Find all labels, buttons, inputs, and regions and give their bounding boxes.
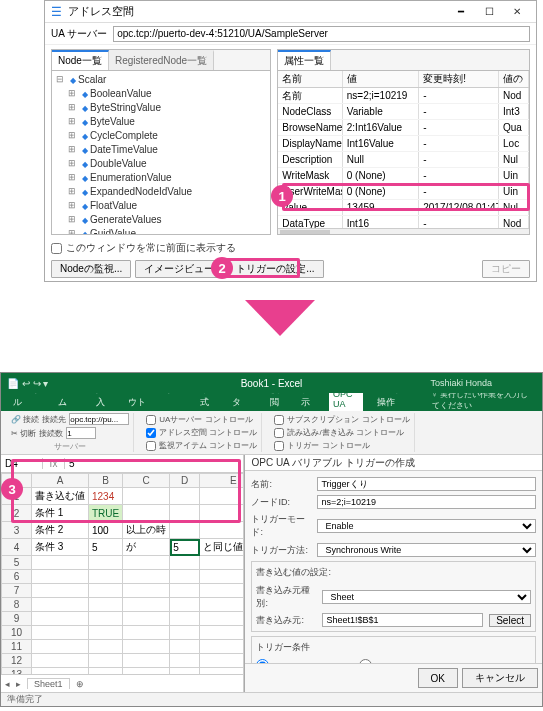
tab-attributes[interactable]: 属性一覧: [278, 50, 331, 70]
cell[interactable]: [123, 488, 170, 505]
cell[interactable]: [123, 612, 170, 626]
tree-node[interactable]: ◆ByteValue: [68, 115, 266, 129]
col-header[interactable]: A: [32, 474, 89, 488]
col-header[interactable]: B: [89, 474, 123, 488]
attr-hscrollbar[interactable]: [278, 228, 529, 234]
cell[interactable]: [170, 668, 200, 675]
tree-node[interactable]: ◆ByteStringValue: [68, 101, 266, 115]
cell[interactable]: [89, 640, 123, 654]
row-header[interactable]: 11: [2, 640, 32, 654]
cell[interactable]: [200, 612, 244, 626]
monitor-ctrl-check[interactable]: [146, 441, 156, 451]
tree-node[interactable]: ◆ExpandedNodeIdValue: [68, 185, 266, 199]
formula-bar[interactable]: 5: [65, 458, 243, 469]
cell[interactable]: [89, 612, 123, 626]
cell[interactable]: [89, 570, 123, 584]
rw-ctrl-check[interactable]: [274, 428, 284, 438]
cell[interactable]: [89, 668, 123, 675]
close-button[interactable]: ✕: [504, 3, 530, 21]
tree-node[interactable]: ◆CycleComplete: [68, 129, 266, 143]
sheet-tab[interactable]: Sheet1: [27, 678, 70, 689]
tree-node[interactable]: ◆BooleanValue: [68, 87, 266, 101]
cell[interactable]: [32, 556, 89, 570]
cell[interactable]: [123, 584, 170, 598]
cell[interactable]: [123, 626, 170, 640]
minimize-button[interactable]: ━: [448, 3, 474, 21]
cell[interactable]: [200, 598, 244, 612]
ribbon-tabs[interactable]: ファイルホーム挿入ページレイアウト数式データ校閲表示OPC UAモニター操作♀ …: [1, 393, 542, 411]
cell[interactable]: 100: [89, 522, 123, 539]
attr-row[interactable]: 名前ns=2;i=10219-Nod: [278, 88, 529, 104]
sheet-tab-strip[interactable]: ◂ ▸ Sheet1 ⊕: [1, 674, 243, 692]
cell[interactable]: [200, 668, 244, 675]
cell[interactable]: 書き込む値: [32, 488, 89, 505]
row-header[interactable]: 7: [2, 584, 32, 598]
cell[interactable]: [170, 556, 200, 570]
attr-col-name[interactable]: 名前: [278, 71, 342, 87]
cell[interactable]: [170, 488, 200, 505]
cell[interactable]: [200, 556, 244, 570]
col-header[interactable]: D: [170, 474, 200, 488]
cell[interactable]: [200, 522, 244, 539]
dlg-node-input[interactable]: [317, 495, 536, 509]
write-addr-input[interactable]: [322, 613, 483, 627]
cell[interactable]: [170, 612, 200, 626]
row-header[interactable]: 6: [2, 570, 32, 584]
col-header[interactable]: E: [200, 474, 244, 488]
attr-col-extra[interactable]: 値の: [499, 71, 529, 87]
cell[interactable]: 1234: [89, 488, 123, 505]
row-header[interactable]: 9: [2, 612, 32, 626]
name-box[interactable]: D4: [1, 458, 43, 469]
cell[interactable]: [200, 488, 244, 505]
attr-row[interactable]: DescriptionNull-Nul: [278, 152, 529, 168]
attr-col-time[interactable]: 変更時刻!: [419, 71, 499, 87]
row-header[interactable]: 5: [2, 556, 32, 570]
row-header[interactable]: 13: [2, 668, 32, 675]
cell[interactable]: [170, 598, 200, 612]
cell[interactable]: [200, 505, 244, 522]
select-range-button[interactable]: Select: [489, 614, 531, 627]
cell[interactable]: 以上の時: [123, 522, 170, 539]
cell[interactable]: 5: [170, 539, 200, 556]
attr-body[interactable]: 名前ns=2;i=10219-NodNodeClassVariable-Int3…: [278, 88, 529, 228]
qat[interactable]: 📄 ↩ ↪ ▾: [7, 378, 48, 389]
cell[interactable]: [123, 654, 170, 668]
cell[interactable]: [32, 668, 89, 675]
cell[interactable]: [170, 654, 200, 668]
cell[interactable]: [32, 626, 89, 640]
cell[interactable]: [32, 598, 89, 612]
attr-col-value[interactable]: 値: [343, 71, 419, 87]
cell[interactable]: [32, 612, 89, 626]
row-header[interactable]: 8: [2, 598, 32, 612]
trigger-settings-button[interactable]: トリガーの設定...: [227, 260, 323, 278]
cell[interactable]: [32, 570, 89, 584]
cell[interactable]: 5: [89, 539, 123, 556]
cell[interactable]: TRUE: [89, 505, 123, 522]
write-type-select[interactable]: Sheet: [322, 590, 531, 604]
cell[interactable]: [123, 640, 170, 654]
cell[interactable]: [32, 640, 89, 654]
tree-node[interactable]: ◆DateTimeValue: [68, 143, 266, 157]
row-header[interactable]: 12: [2, 654, 32, 668]
cell[interactable]: [123, 556, 170, 570]
tree-node[interactable]: ◆EnumerationValue: [68, 171, 266, 185]
conn-url-input[interactable]: [69, 413, 129, 425]
dialog-title[interactable]: OPC UA バリアブル トリガーの作成: [245, 455, 542, 471]
cell[interactable]: と同じ値の時: [200, 539, 244, 556]
ua-server-url-input[interactable]: [113, 26, 530, 42]
cell[interactable]: [32, 584, 89, 598]
dlg-name-input[interactable]: [317, 477, 536, 491]
cell[interactable]: が: [123, 539, 170, 556]
excel-titlebar[interactable]: 📄 ↩ ↪ ▾ Book1 - Excel Toshiaki Honda: [1, 373, 542, 393]
addr-space-ctrl-check[interactable]: [146, 428, 156, 438]
attr-row[interactable]: DataTypeInt16-Nod: [278, 216, 529, 228]
cell[interactable]: [89, 598, 123, 612]
cell[interactable]: [89, 654, 123, 668]
cell[interactable]: [170, 584, 200, 598]
cell[interactable]: [170, 505, 200, 522]
sheet-nav-left[interactable]: ◂: [5, 679, 10, 689]
maximize-button[interactable]: ☐: [476, 3, 502, 21]
attr-row[interactable]: Value134592017/12/08 01:47:24.374Nul: [278, 200, 529, 216]
tree-node[interactable]: ◆GenerateValues: [68, 213, 266, 227]
cell[interactable]: [170, 522, 200, 539]
